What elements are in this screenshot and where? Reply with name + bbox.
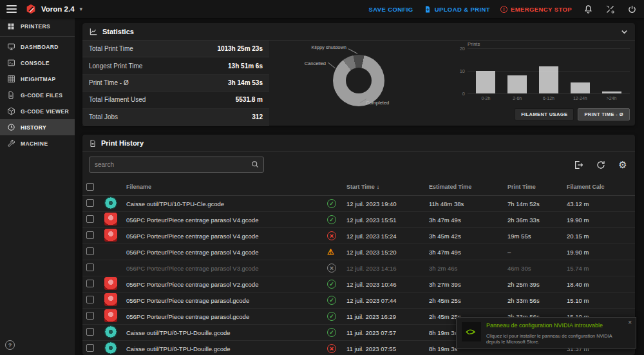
donut-label-klippy-shutdown: Klippy shutdown bbox=[281, 44, 346, 50]
history-row[interactable]: 056PC Porteur/Piece centrage parasol V4.… bbox=[82, 244, 635, 260]
stat-row: Total Print Time 1013h 25m 23s bbox=[82, 41, 269, 57]
start-time: 11 juil. 2023 07:57 bbox=[346, 329, 429, 336]
emergency-stop-button[interactable]: ! EMERGENCY STOP bbox=[500, 6, 572, 13]
column-header-print-time[interactable]: Print Time bbox=[507, 184, 567, 190]
filename: 056PC Porteur/Piece centrage parasol.gco… bbox=[126, 313, 327, 320]
row-checkbox[interactable] bbox=[86, 264, 94, 271]
print-thumbnail bbox=[104, 341, 117, 354]
history-row[interactable]: Caisse outil/TPU/10-TPU-Cle.gcode 12 jui… bbox=[82, 196, 635, 212]
menu-icon[interactable] bbox=[6, 5, 17, 13]
row-checkbox[interactable] bbox=[86, 199, 94, 207]
file-document-icon bbox=[6, 91, 15, 99]
history-row[interactable]: 056PC Porteur/Piece centrage parasol.gco… bbox=[82, 293, 635, 309]
status-icon bbox=[327, 280, 336, 289]
status-icon bbox=[327, 199, 336, 208]
donut-connector-line bbox=[328, 62, 336, 68]
sort-desc-icon: ↓ bbox=[377, 184, 380, 190]
estimated-time: 3h 2m 46s bbox=[429, 265, 507, 272]
status-icon bbox=[327, 312, 336, 321]
toast-body: Cliquez ici pour installer le panneau de… bbox=[486, 333, 623, 345]
history-row[interactable]: 056PC Porteur/Piece centrage parasol V3.… bbox=[82, 260, 635, 276]
sidebar-item-gcode-viewer[interactable]: G-CODE VIEWER bbox=[0, 103, 75, 119]
thumb-cell bbox=[104, 261, 126, 275]
row-checkbox[interactable] bbox=[86, 344, 94, 352]
stat-value: 1013h 25m 23s bbox=[217, 45, 263, 52]
filename: Caisse outil/TPU/10-TPU-Cle.gcode bbox=[126, 200, 327, 207]
sidebar-item-gcode-files[interactable]: G-CODE FILES bbox=[0, 87, 75, 103]
print-time: 19m 55s bbox=[507, 233, 567, 240]
filename: 056PC Porteur/Piece centrage parasol V3.… bbox=[126, 265, 327, 272]
sidebar-item-heightmap[interactable]: HEIGHTMAP bbox=[0, 71, 75, 87]
nvidia-notification[interactable]: Panneau de configuration NVIDIA introuva… bbox=[456, 317, 636, 349]
close-icon[interactable]: × bbox=[628, 319, 632, 326]
history-clock-icon bbox=[6, 123, 15, 131]
status-donut-chart bbox=[333, 55, 384, 106]
stats-tab-button[interactable]: FILAMENT USAGE bbox=[515, 108, 574, 120]
upload-print-button[interactable]: UPLOAD & PRINT bbox=[424, 5, 490, 14]
search-icon[interactable] bbox=[251, 160, 260, 171]
filament-calc: 20.15 m bbox=[567, 233, 631, 240]
sidebar-item-history[interactable]: HISTORY bbox=[0, 119, 75, 135]
print-thumbnail bbox=[104, 293, 117, 306]
thumb-cell bbox=[104, 309, 126, 323]
main-content: Statistics Total Print Time 1013h 25m 23… bbox=[75, 18, 644, 355]
stats-tab-button[interactable]: PRINT TIME - Ø bbox=[578, 108, 630, 120]
prints-bar-chart: Prints 0-2h2-6h6-12h12-24h>24h FILAMENT … bbox=[417, 41, 635, 126]
start-time: 12 juil. 2023 14:16 bbox=[346, 265, 429, 272]
row-checkbox[interactable] bbox=[86, 296, 94, 303]
stat-value: 13h 51m 6s bbox=[228, 62, 263, 70]
history-row[interactable]: 056PC Porteur/Piece centrage parasol V4.… bbox=[82, 228, 635, 244]
donut-label-cancelled: Cancelled bbox=[272, 61, 326, 66]
help-icon[interactable]: ? bbox=[5, 340, 15, 350]
status-icon bbox=[327, 344, 336, 353]
status-icon bbox=[327, 231, 336, 240]
toast-title: Panneau de configuration NVIDIA introuva… bbox=[486, 322, 623, 330]
stats-toggle-buttons: FILAMENT USAGEPRINT TIME - Ø bbox=[515, 108, 630, 120]
bars-layer bbox=[468, 48, 630, 93]
row-checkbox[interactable] bbox=[86, 328, 94, 336]
power-icon[interactable] bbox=[626, 3, 638, 15]
stat-value: 5531.8 m bbox=[236, 96, 263, 103]
topbar-actions: SAVE CONFIG UPLOAD & PRINT ! EMERGENCY S… bbox=[368, 3, 638, 15]
thumb-cell bbox=[104, 229, 126, 243]
column-header-filament-calc[interactable]: Filament Calc bbox=[567, 184, 631, 190]
sidebar-item-printers[interactable]: PRINTERS bbox=[0, 18, 75, 34]
sidebar-item-console[interactable]: CONSOLE bbox=[0, 55, 75, 71]
save-config-button[interactable]: SAVE CONFIG bbox=[368, 6, 413, 13]
sidebar-item-label: HISTORY bbox=[21, 124, 46, 131]
gear-icon[interactable]: ⚙ bbox=[617, 159, 629, 171]
thumb-cell bbox=[104, 245, 126, 259]
row-checkbox[interactable] bbox=[86, 247, 94, 255]
notifications-bell-icon[interactable] bbox=[582, 3, 594, 15]
column-header-filename[interactable]: Filename bbox=[126, 184, 327, 190]
column-header-start-time[interactable]: Start Time↓ bbox=[346, 184, 429, 190]
row-checkbox[interactable] bbox=[86, 280, 94, 287]
search-input[interactable] bbox=[89, 157, 264, 173]
select-all-checkbox[interactable] bbox=[86, 183, 94, 191]
search-wrap bbox=[89, 157, 264, 173]
toast-text: Panneau de configuration NVIDIA introuva… bbox=[486, 322, 623, 343]
topbar-left: Voron 2.4 ▾ bbox=[6, 4, 82, 14]
collapse-chevron-icon[interactable] bbox=[620, 28, 629, 36]
column-header-estimated-time[interactable]: Estimated Time bbox=[429, 184, 507, 190]
history-row[interactable]: 056PC Porteur/Piece centrage parasol V2.… bbox=[82, 276, 635, 293]
sidebar-item-dashboard[interactable]: DASHBOARD bbox=[0, 39, 75, 55]
refresh-icon[interactable] bbox=[595, 159, 607, 171]
row-checkbox[interactable] bbox=[86, 312, 94, 320]
history-row[interactable]: 056PC Porteur/Piece centrage parasol V4.… bbox=[82, 212, 635, 228]
sidebar-item-machine[interactable]: MACHINE bbox=[0, 135, 75, 151]
select-all-cell bbox=[86, 183, 104, 191]
bar-category-label: 0-2h bbox=[473, 96, 498, 101]
tools-icon[interactable] bbox=[604, 3, 616, 15]
printer-name[interactable]: Voron 2.4 bbox=[41, 5, 75, 13]
print-thumbnail bbox=[104, 309, 117, 322]
export-icon[interactable] bbox=[573, 159, 585, 171]
filament-calc: 19.90 m bbox=[567, 249, 631, 256]
chevron-down-icon[interactable]: ▾ bbox=[80, 6, 83, 12]
stat-row: Total Filament Used 5531.8 m bbox=[82, 91, 269, 108]
status-cell bbox=[327, 312, 346, 321]
row-checkbox[interactable] bbox=[86, 231, 94, 239]
start-time: 11 juil. 2023 07:55 bbox=[346, 345, 429, 352]
row-checkbox[interactable] bbox=[86, 215, 94, 223]
filename: 056PC Porteur/Piece centrage parasol.gco… bbox=[126, 297, 327, 304]
